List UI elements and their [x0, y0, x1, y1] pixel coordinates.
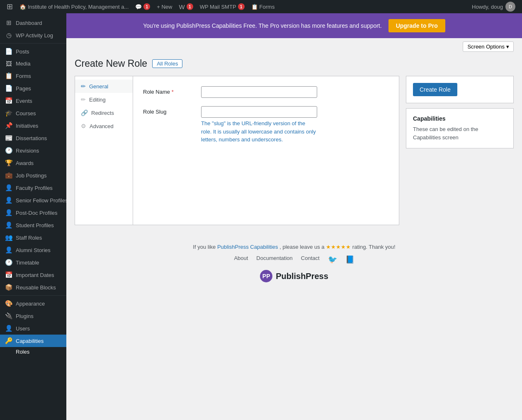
adminbar-new[interactable]: + New: [153, 0, 175, 13]
sidebar-label: Courses: [16, 110, 36, 117]
sidebar: ⊞ Dashboard ◷ WP Activity Log 📄 Posts 🖼 …: [0, 13, 66, 420]
form-tabs: ✏ General ✏ Editing 🔗 Redirects ⚙: [75, 76, 133, 225]
advanced-tab-icon: ⚙: [81, 123, 86, 129]
footer-rating: If you like PublishPress Capabilities , …: [75, 244, 514, 250]
wp-mail-text: WP Mail SMTP: [200, 4, 236, 10]
sidebar-item-dissertations[interactable]: 📰 Dissertations: [0, 132, 66, 144]
capabilities-title: Capabilities: [413, 115, 507, 122]
content-area: Create New Role All Roles ✏ General ✏: [66, 52, 522, 231]
footer-pp-link[interactable]: PublishPress Capabilities: [217, 244, 278, 250]
required-star: *: [172, 89, 174, 95]
adminbar-user[interactable]: Howdy, doug D: [469, 2, 519, 12]
sidebar-item-faculty-profiles[interactable]: 👤 Faculty Profiles: [0, 182, 66, 194]
media-icon: 🖼: [5, 60, 12, 67]
tab-editing[interactable]: ✏ Editing: [75, 93, 133, 106]
footer-link-about[interactable]: About: [234, 255, 248, 264]
main-panel: ✏ General ✏ Editing 🔗 Redirects ⚙: [75, 76, 514, 225]
adminbar-wp-mail[interactable]: WP Mail SMTP 1: [197, 0, 248, 13]
sidebar-label: Awards: [16, 160, 34, 166]
sidebar-item-revisions[interactable]: 🕐 Revisions: [0, 144, 66, 157]
sidebar-label: Dissertations: [16, 135, 47, 141]
faculty-profiles-icon: 👤: [5, 184, 12, 192]
sidebar-item-alumni-stories[interactable]: 👤 Alumni Stories: [0, 244, 66, 256]
important-dates-icon: 📅: [5, 271, 12, 279]
forms-icon: 📋: [251, 4, 258, 10]
howdy-text: Howdy, doug: [472, 4, 503, 10]
sidebar-label: Appearance: [16, 301, 45, 307]
sidebar-item-forms[interactable]: 📋 Forms: [0, 70, 66, 82]
role-slug-label: Role Slug: [143, 106, 193, 115]
sidebar-item-awards[interactable]: 🏆 Awards: [0, 157, 66, 169]
role-name-input[interactable]: [201, 86, 317, 98]
role-name-label: Role Name *: [143, 86, 193, 95]
adminbar-wp-logo[interactable]: ⊞: [3, 0, 16, 13]
sidebar-item-users[interactable]: 👤 Users: [0, 322, 66, 335]
initiatives-icon: 📌: [5, 122, 12, 129]
student-profiles-icon: 👤: [5, 221, 12, 229]
sidebar-item-initiatives[interactable]: 📌 Initiatives: [0, 119, 66, 132]
role-slug-group: Role Slug The "slug" is the URL-friendly…: [143, 106, 389, 144]
sidebar-item-courses[interactable]: 🎓 Courses: [0, 107, 66, 119]
footer-link-documentation[interactable]: Documentation: [256, 255, 292, 264]
upgrade-banner: You're using PublishPress Capabilities F…: [66, 13, 522, 38]
menu-separator-1: [0, 43, 66, 44]
tab-redirects[interactable]: 🔗 Redirects: [75, 106, 133, 119]
capabilities-icon: 🔑: [5, 337, 12, 345]
screen-options-button[interactable]: Screen Options ▾: [463, 41, 514, 52]
facebook-icon[interactable]: 📘: [345, 255, 354, 264]
adminbar-comments[interactable]: 💬 1: [132, 0, 153, 13]
slug-hint: The "slug" is the URL-friendly version o…: [201, 119, 317, 144]
sidebar-item-dashboard[interactable]: ⊞ Dashboard: [0, 17, 66, 29]
sidebar-label: Events: [16, 98, 32, 104]
footer-logo: PP PublishPress: [75, 270, 514, 282]
adminbar-forms[interactable]: 📋 Forms: [248, 0, 278, 13]
sidebar-label: Forms: [16, 73, 31, 79]
staff-roles-icon: 👥: [5, 234, 12, 241]
form-body: Role Name * Role Slug: [133, 76, 399, 225]
sidebar-item-job-postings[interactable]: 💼 Job Postings: [0, 169, 66, 182]
submenu-item-roles[interactable]: Roles: [0, 347, 66, 357]
sidebar-label: Plugins: [16, 313, 34, 319]
sidebar-label: Faculty Profiles: [16, 185, 53, 191]
tab-label: General: [89, 83, 108, 90]
role-slug-input[interactable]: [201, 106, 317, 118]
footer-link-contact[interactable]: Contact: [301, 255, 320, 264]
sidebar-item-wp-activity-log[interactable]: ◷ WP Activity Log: [0, 29, 66, 41]
twitter-icon[interactable]: 🐦: [328, 255, 337, 264]
revisions-icon: 🕐: [5, 147, 12, 154]
sidebar-item-important-dates[interactable]: 📅 Important Dates: [0, 269, 66, 281]
adminbar-wp-icon[interactable]: W 1: [176, 0, 197, 13]
footer-stars: ★★★★★: [326, 244, 351, 250]
sidebar-item-student-profiles[interactable]: 👤 Student Profiles: [0, 219, 66, 231]
wp-icon: ⊞: [7, 2, 13, 11]
sidebar-label: Posts: [16, 49, 29, 55]
sidebar-item-capabilities[interactable]: 🔑 Capabilities: [0, 335, 66, 347]
sidebar-item-pages[interactable]: 📄 Pages: [0, 82, 66, 95]
sidebar-item-reusable-blocks[interactable]: 📦 Reusable Blocks: [0, 281, 66, 294]
sidebar-item-staff-roles[interactable]: 👥 Staff Roles: [0, 231, 66, 244]
tab-label: Editing: [89, 97, 106, 103]
tab-advanced[interactable]: ⚙ Advanced: [75, 119, 133, 133]
sidebar-item-senior-fellow-profiles[interactable]: 👤 Senior Fellow Profiles: [0, 194, 66, 206]
submenu-label: Roles: [16, 349, 29, 355]
sidebar-label: Initiatives: [16, 123, 38, 129]
tab-general[interactable]: ✏ General: [75, 80, 133, 93]
sidebar-item-events[interactable]: 📅 Events: [0, 95, 66, 107]
wp-mail-badge: 1: [238, 3, 245, 10]
sidebar-item-posts[interactable]: 📄 Posts: [0, 45, 66, 58]
awards-icon: 🏆: [5, 159, 12, 167]
sidebar-item-media[interactable]: 🖼 Media: [0, 58, 66, 70]
post-doc-icon: 👤: [5, 209, 12, 216]
all-roles-button[interactable]: All Roles: [152, 59, 182, 68]
plugins-icon: 🔌: [5, 312, 12, 320]
role-name-group: Role Name *: [143, 86, 389, 98]
adminbar-site-name[interactable]: 🏠 Institute of Health Policy, Management…: [16, 0, 132, 13]
upgrade-button[interactable]: Upgrade to Pro: [388, 19, 445, 32]
site-name-text: Institute of Health Policy, Management a…: [28, 4, 129, 10]
sidebar-label: Revisions: [16, 148, 39, 154]
sidebar-item-plugins[interactable]: 🔌 Plugins: [0, 310, 66, 322]
sidebar-item-timetable[interactable]: 🕐 Timetable: [0, 256, 66, 269]
create-role-button[interactable]: Create Role: [413, 83, 457, 96]
sidebar-item-appearance[interactable]: 🎨 Appearance: [0, 297, 66, 310]
sidebar-item-post-doc-profiles[interactable]: 👤 Post-Doc Profiles: [0, 206, 66, 219]
